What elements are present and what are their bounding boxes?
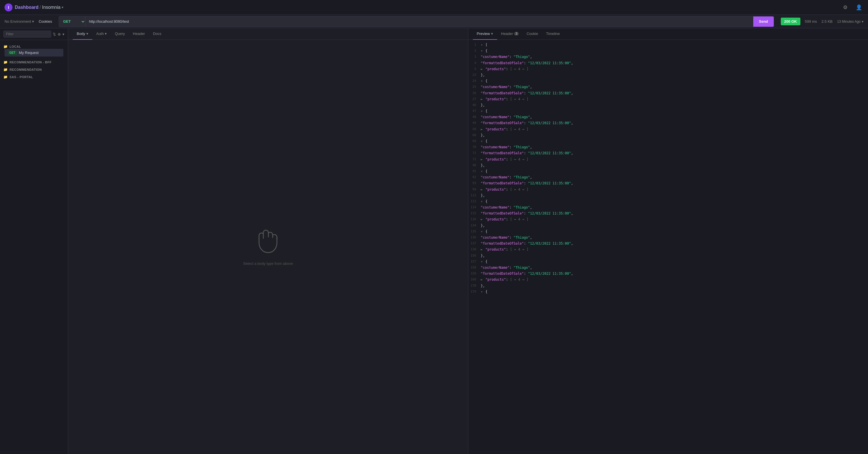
tab-auth[interactable]: Auth ▾: [92, 28, 111, 40]
json-line: 47 ▾ {: [468, 108, 868, 114]
tab-auth-label: Auth: [96, 32, 104, 36]
collapse-arrow[interactable]: ►: [481, 247, 485, 251]
line-number: 178: [468, 283, 480, 289]
line-content: ► "products": [ ↔ 4 ↔ ]: [480, 247, 868, 252]
sidebar-section-header-rec-bff[interactable]: 📁 RECOMMENDATION - BFF: [3, 60, 64, 64]
response-size: 2.5 KB: [822, 19, 833, 24]
collapse-arrow[interactable]: ►: [481, 187, 485, 191]
tab-docs[interactable]: Docs: [149, 28, 165, 40]
request-panel: Body ▾ Auth ▾ Query Header Docs: [68, 28, 468, 454]
tab-docs-label: Docs: [153, 32, 161, 36]
sidebar-section-label-local: LOCAL: [10, 45, 21, 48]
tab-preview-chevron: ▾: [491, 32, 493, 36]
tab-query[interactable]: Query: [111, 28, 129, 40]
url-input[interactable]: [86, 17, 753, 27]
collapse-arrow[interactable]: ▾: [481, 260, 485, 264]
collapse-arrow[interactable]: ▾: [481, 49, 485, 53]
sidebar-section-header-sas[interactable]: 📁 SAS - Portal: [3, 75, 64, 79]
sidebar-item-label-my-request: My Request: [19, 51, 39, 55]
line-number: 23: [468, 72, 480, 78]
breadcrumb-separator: /: [40, 5, 41, 10]
json-line: 138 ► "products": [ ↔ 4 ↔ ]: [468, 247, 868, 252]
add-button[interactable]: ⊕: [58, 31, 61, 37]
collapse-arrow[interactable]: ▾: [481, 109, 485, 113]
sort-button[interactable]: ⇅: [53, 31, 56, 37]
timestamp-chevron[interactable]: ▾: [862, 20, 864, 24]
collapse-arrow[interactable]: ▾: [481, 139, 485, 143]
breadcrumb-dashboard[interactable]: Dashboard: [15, 5, 39, 10]
main-layout: ⇅ ⊕ ▾ 📁 LOCAL GET My Request 📁 RECOM: [0, 28, 868, 454]
line-number: 48: [468, 115, 480, 120]
collapse-arrow[interactable]: ▾: [481, 200, 485, 204]
sidebar-section-header-local[interactable]: 📁 LOCAL: [3, 44, 64, 49]
json-line: 71 "formattedDateOfSale": "12/03/2022 11…: [468, 150, 868, 156]
tab-timeline[interactable]: Timeline: [542, 28, 564, 40]
tab-res-header[interactable]: Header 3: [497, 28, 523, 40]
json-line: 24 ▾ {: [468, 78, 868, 84]
line-content: "costumerName": "Thiago",: [480, 54, 868, 60]
settings-icon: ⚙: [843, 4, 847, 10]
json-line: 4 "formattedDateOfSale": "12/03/2022 11:…: [468, 60, 868, 66]
line-content: },: [480, 72, 868, 78]
json-line: 136 "costumerName": "Thiago",: [468, 235, 868, 241]
json-line: 158 "costumerName": "Thiago",: [468, 265, 868, 271]
sidebar-item-my-request[interactable]: GET My Request: [4, 49, 63, 57]
line-content: "formattedDateOfSale": "12/03/2022 11:35…: [480, 91, 868, 96]
line-content: ► "products": [ ↔ 4 ↔ ]: [480, 97, 868, 102]
more-button[interactable]: ▾: [62, 31, 64, 37]
json-line: 92 "costumerName": "Thiago",: [468, 175, 868, 180]
line-number: 160: [468, 277, 480, 282]
line-number: 27: [468, 97, 480, 102]
line-content: "costumerName": "Thiago",: [480, 84, 868, 90]
line-number: 94: [468, 187, 480, 192]
send-button[interactable]: Send: [753, 17, 774, 27]
line-content: },: [480, 283, 868, 289]
tab-cookie[interactable]: Cookie: [523, 28, 542, 40]
line-content: "formattedDateOfSale": "12/03/2022 11:35…: [480, 120, 868, 126]
line-number: 137: [468, 241, 480, 246]
url-bar: GET POST PUT DELETE Send: [59, 16, 774, 27]
json-line: 1▾ [: [468, 42, 868, 48]
tab-header-label: Header: [133, 32, 145, 36]
collapse-arrow[interactable]: ▾: [481, 230, 485, 234]
sidebar-content: 📁 LOCAL GET My Request 📁 RECOMMENDATION …: [0, 40, 68, 454]
collapse-arrow[interactable]: ▾: [481, 79, 485, 83]
collapse-arrow[interactable]: ►: [481, 157, 485, 161]
line-content: "costumerName": "Thiago",: [480, 205, 868, 210]
breadcrumb-project[interactable]: Insomnia: [42, 5, 61, 10]
line-number: 90: [468, 163, 480, 168]
breadcrumb-chevron[interactable]: ▾: [62, 5, 63, 9]
tab-cookie-label: Cookie: [527, 32, 538, 36]
search-input[interactable]: [3, 31, 51, 37]
environment-selector[interactable]: No Environment ▾: [4, 19, 34, 24]
line-number: 24: [468, 79, 480, 84]
collapse-arrow[interactable]: ▾: [481, 169, 485, 173]
line-content: "formattedDateOfSale": "12/03/2022 11:35…: [480, 211, 868, 216]
line-number: 25: [468, 84, 480, 90]
collapse-arrow[interactable]: ►: [481, 97, 485, 101]
user-button[interactable]: 👤: [855, 3, 864, 12]
collapse-arrow[interactable]: ►: [481, 67, 485, 71]
method-select[interactable]: GET POST PUT DELETE: [59, 17, 86, 27]
sidebar-section-header-rec[interactable]: 📁 RECOMMENDATION: [3, 68, 64, 71]
line-number: 159: [468, 271, 480, 276]
collapse-arrow[interactable]: ▾: [481, 290, 485, 294]
sidebar-section-label-rec-bff: RECOMMENDATION - BFF: [10, 61, 52, 64]
tab-header[interactable]: Header: [129, 28, 149, 40]
collapse-arrow[interactable]: ►: [481, 217, 485, 221]
tab-body-chevron: ▾: [86, 32, 88, 36]
collapse-arrow[interactable]: ▾: [481, 43, 485, 47]
cookies-button[interactable]: Cookies: [39, 19, 52, 24]
collapse-arrow[interactable]: ►: [481, 127, 485, 131]
line-number: 116: [468, 217, 480, 222]
line-number: 135: [468, 229, 480, 234]
json-line: 68 },: [468, 132, 868, 139]
line-number: 47: [468, 109, 480, 114]
tab-body[interactable]: Body ▾: [73, 28, 92, 40]
response-time: 599 ms: [805, 19, 817, 24]
json-line: 116 ► "products": [ ↔ 4 ↔ ]: [468, 216, 868, 222]
settings-button[interactable]: ⚙: [841, 3, 850, 12]
collapse-arrow[interactable]: ►: [481, 278, 485, 281]
tab-preview[interactable]: Preview ▾: [473, 28, 497, 40]
env-label: No Environment: [4, 19, 31, 24]
